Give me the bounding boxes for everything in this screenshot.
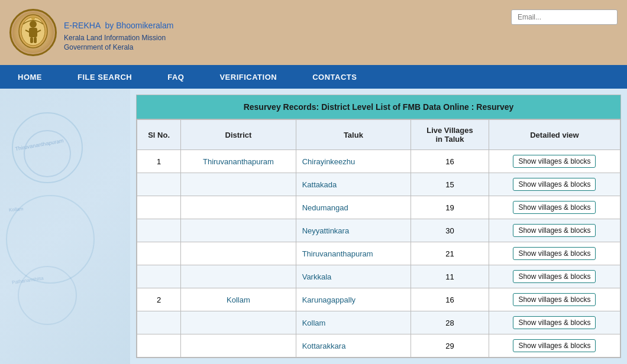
table-row: Nedumangad19Show villages & blocks xyxy=(137,196,620,219)
cell-villages: 11 xyxy=(411,265,489,288)
cell-taluk: Kollam xyxy=(296,311,411,334)
col-slno: Sl No. xyxy=(137,120,181,150)
table-row: 1ThiruvananthapuramChirayinkeezhu16Show … xyxy=(137,150,620,173)
cell-villages: 19 xyxy=(411,196,489,219)
email-field-container[interactable] xyxy=(511,9,618,25)
nav-bar: HOME FILE SEARCH FAQ VERIFICATION CONTAC… xyxy=(0,65,627,89)
show-villages-button[interactable]: Show villages & blocks xyxy=(513,339,596,352)
cell-villages: 29 xyxy=(411,334,489,358)
logo-area: E-REKHA by Bhoomikeralam Kerala Land Inf… xyxy=(9,9,173,56)
table-row: Thiruvananthapuram21Show villages & bloc… xyxy=(137,242,620,265)
table-row: Varkkala11Show villages & blocks xyxy=(137,265,620,288)
email-input[interactable] xyxy=(511,9,618,25)
nav-file-search[interactable]: FILE SEARCH xyxy=(60,65,150,89)
svg-rect-3 xyxy=(29,28,37,37)
content-area: Thiruvananthapuram Kollam Pathanamthitta… xyxy=(0,89,627,364)
cell-taluk: Chirayinkeezhu xyxy=(296,150,411,173)
svg-point-2 xyxy=(30,21,37,28)
cell-slno xyxy=(137,265,181,288)
cell-detail: Show villages & blocks xyxy=(489,196,620,219)
col-villages: Live Villagesin Taluk xyxy=(411,120,489,150)
cell-district xyxy=(181,219,296,242)
cell-slno xyxy=(137,173,181,196)
col-district: District xyxy=(181,120,296,150)
nav-home[interactable]: HOME xyxy=(0,65,60,89)
cell-taluk: Thiruvananthapuram xyxy=(296,242,411,265)
table-row: Kottarakkara29Show villages & blocks xyxy=(137,334,620,358)
table-row: 2KollamKarunagappally16Show villages & b… xyxy=(137,288,620,311)
cell-taluk: Nedumangad xyxy=(296,196,411,219)
svg-rect-6 xyxy=(30,37,33,43)
logo-emblem xyxy=(9,9,57,56)
app-title: E-REKHA by Bhoomikeralam xyxy=(64,14,173,32)
cell-taluk: Neyyattinkara xyxy=(296,219,411,242)
table-row: Kattakada15Show villages & blocks xyxy=(137,173,620,196)
table-row: Kollam28Show villages & blocks xyxy=(137,311,620,334)
cell-district xyxy=(181,173,296,196)
cell-detail: Show villages & blocks xyxy=(489,219,620,242)
svg-point-8 xyxy=(31,17,35,20)
cell-slno xyxy=(137,196,181,219)
show-villages-button[interactable]: Show villages & blocks xyxy=(513,293,596,306)
cell-slno: 1 xyxy=(137,150,181,173)
show-villages-button[interactable]: Show villages & blocks xyxy=(513,270,596,283)
cell-district xyxy=(181,265,296,288)
table-container: Resurvey Records: District Level List of… xyxy=(136,95,621,358)
cell-slno xyxy=(137,311,181,334)
cell-villages: 21 xyxy=(411,242,489,265)
cell-detail: Show villages & blocks xyxy=(489,150,620,173)
cell-district xyxy=(181,242,296,265)
cell-taluk: Varkkala xyxy=(296,265,411,288)
show-villages-button[interactable]: Show villages & blocks xyxy=(513,201,596,214)
table-row: Neyyattinkara30Show villages & blocks xyxy=(137,219,620,242)
cell-district: Thiruvananthapuram xyxy=(181,150,296,173)
cell-district xyxy=(181,334,296,358)
logo-text: E-REKHA by Bhoomikeralam Kerala Land Inf… xyxy=(64,14,173,51)
cell-detail: Show villages & blocks xyxy=(489,288,620,311)
cell-taluk: Karunagappally xyxy=(296,288,411,311)
svg-rect-7 xyxy=(34,37,37,43)
nav-contacts[interactable]: CONTACTS xyxy=(295,65,374,89)
cell-slno xyxy=(137,334,181,358)
col-detail: Detailed view xyxy=(489,120,620,150)
cell-villages: 15 xyxy=(411,173,489,196)
sidebar: Thiruvananthapuram Kollam Pathanamthitta xyxy=(0,89,130,364)
cell-detail: Show villages & blocks xyxy=(489,311,620,334)
cell-district xyxy=(181,311,296,334)
show-villages-button[interactable]: Show villages & blocks xyxy=(513,155,596,168)
show-villages-button[interactable]: Show villages & blocks xyxy=(513,316,596,329)
cell-taluk: Kattakada xyxy=(296,173,411,196)
cell-detail: Show villages & blocks xyxy=(489,265,620,288)
main-content: Resurvey Records: District Level List of… xyxy=(130,89,627,364)
subtitle-line2: Government of Kerala xyxy=(64,43,173,51)
cell-taluk: Kottarakkara xyxy=(296,334,411,358)
cell-slno xyxy=(137,219,181,242)
cell-villages: 16 xyxy=(411,288,489,311)
header: E-REKHA by Bhoomikeralam Kerala Land Inf… xyxy=(0,0,627,65)
cell-villages: 28 xyxy=(411,311,489,334)
cell-villages: 16 xyxy=(411,150,489,173)
cell-detail: Show villages & blocks xyxy=(489,242,620,265)
cell-detail: Show villages & blocks xyxy=(489,334,620,358)
cell-district: Kollam xyxy=(181,288,296,311)
cell-detail: Show villages & blocks xyxy=(489,173,620,196)
subtitle-line1: Kerala Land Information Mission xyxy=(64,34,173,42)
show-villages-button[interactable]: Show villages & blocks xyxy=(513,178,596,191)
cell-district xyxy=(181,196,296,219)
show-villages-button[interactable]: Show villages & blocks xyxy=(513,224,596,237)
cell-slno xyxy=(137,242,181,265)
table-title: Resurvey Records: District Level List of… xyxy=(137,95,620,119)
data-table: Sl No. District Taluk Live Villagesin Ta… xyxy=(137,119,620,358)
cell-slno: 2 xyxy=(137,288,181,311)
nav-faq[interactable]: FAQ xyxy=(150,65,202,89)
nav-verification[interactable]: VERIFICATION xyxy=(202,65,295,89)
cell-villages: 30 xyxy=(411,219,489,242)
show-villages-button[interactable]: Show villages & blocks xyxy=(513,247,596,260)
col-taluk: Taluk xyxy=(296,120,411,150)
